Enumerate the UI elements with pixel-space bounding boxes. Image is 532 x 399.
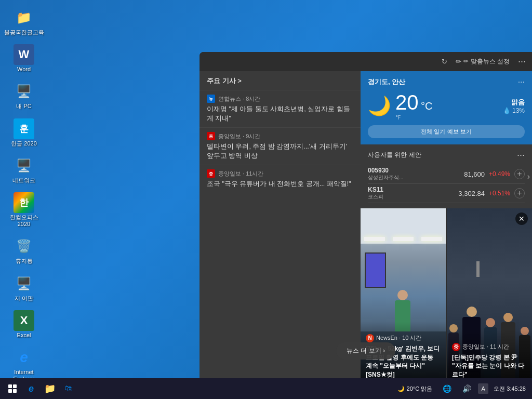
weather-unit-f: ℉: [395, 114, 432, 121]
news-article-1[interactable]: 중 중앙일보 · 9시간 델타변이 우려, 주점 밤 감염까지...'새 거리두…: [200, 127, 361, 165]
source-name-0: 연합뉴스 · 8시간: [218, 95, 260, 103]
stock-next-button[interactable]: ›: [527, 172, 530, 181]
taskbar: e 📁 🛍 🌙 20°C 맑음 🌐 🔊 A 오전 3:45:28: [0, 378, 532, 399]
controlpanel-icon: 🖥️: [14, 273, 34, 294]
word-icon: W: [14, 44, 34, 65]
hancomoffice-icon: 한: [14, 192, 34, 213]
icon-folder[interactable]: 📁 볼공국한글고육: [5, 5, 43, 38]
weather-temp-container: 20 °C ℉: [395, 91, 432, 121]
ie-icon: e: [14, 347, 34, 368]
weather-more-button[interactable]: ···: [518, 77, 525, 87]
close-button[interactable]: ✕: [515, 212, 528, 225]
icon-hangeul-label: 한글 2020: [11, 140, 37, 147]
news-article-2[interactable]: 중 중앙일보 · 11시간 조국 "극우 유튜버가 내 전화번호 공개... 패…: [200, 165, 361, 193]
icon-hangeul[interactable]: 훈 한글 2020: [5, 116, 43, 149]
source-logo-1: 중: [207, 132, 215, 140]
image-news-title-1: [단독]민주당 강령 본 尹 "자유를 보는 눈이 나와 다르다": [452, 353, 527, 379]
taskbar-folder-icon[interactable]: 📁: [42, 380, 58, 397]
taskbar-time[interactable]: 오전 3:45:28: [491, 384, 528, 394]
icon-hancomoffice[interactable]: 한 한컴오피스 2020: [5, 190, 43, 230]
news-source-2: 중 중앙일보 · 11시간: [207, 169, 353, 178]
refresh-icon: ↻: [442, 58, 447, 65]
panel-content: 주요 기사 > 뉴 연합뉴스 · 8시간 이재명 "제 아들 둘도 사회초년병,…: [200, 71, 532, 384]
icon-folder-label: 볼공국한글고육: [4, 29, 44, 36]
news-title-0: 이재명 "제 아들 둘도 사회초년병, 실업자로 힘들게 지내": [207, 105, 353, 123]
stock-header: 사용자를 위한 제안 ···: [368, 150, 525, 161]
weather-header: 경기도, 안산 ···: [368, 77, 525, 87]
news-source-1: 중 중앙일보 · 9시간: [207, 132, 353, 140]
network-icon: 🖥️: [14, 155, 34, 176]
icon-excel[interactable]: X Excel: [5, 308, 43, 341]
icon-word[interactable]: W Word: [5, 42, 43, 75]
news-settings-label: ✏ 맞춤뉴스 설정: [463, 57, 510, 66]
icon-recycle-label: 휴지통: [16, 258, 33, 264]
stock-more-button[interactable]: ···: [517, 150, 525, 161]
image-source-0: N NewsEn · 10 시간: [366, 334, 441, 342]
stock-name-0: 삼성전자주식...: [368, 174, 403, 181]
weather-forecast-button[interactable]: 전체 일기 예보 보기: [368, 125, 525, 138]
taskbar-sys-area: A: [478, 383, 488, 394]
stock-widget: 사용자를 위한 제안 ··· 005930 삼성전자주식... 81,600 +…: [361, 144, 532, 208]
taskbar-weather[interactable]: 🌙 20°C 맑음: [394, 384, 436, 394]
windows-logo-icon: [8, 384, 17, 393]
excel-icon: X: [14, 310, 34, 331]
humidity-icon: 💧: [503, 107, 511, 114]
panel-header: ↻ ✏ ✏ 맞춤뉴스 설정 ···: [200, 52, 532, 71]
humidity-value: 13%: [512, 107, 525, 114]
news-settings-button[interactable]: ✏ ✏ 맞춤뉴스 설정: [456, 57, 510, 66]
stock-name-1: 코스피: [368, 193, 383, 201]
icon-controlpanel[interactable]: 🖥️ 지 어판: [5, 271, 43, 304]
desktop-icons: 📁 볼공국한글고육 W Word 🖥️ 내 PC 훈 한글 2020 🖥️ 네트…: [5, 5, 43, 399]
stock-add-0[interactable]: +: [514, 169, 525, 179]
edit-icon: ✏: [456, 58, 461, 65]
news-right-column: 경기도, 안산 ··· 🌙 20 °C ℉ 맑음: [361, 71, 532, 384]
image-news-1[interactable]: ✕: [446, 208, 532, 384]
source-name-1: 중앙일보 · 9시간: [218, 132, 260, 140]
refresh-button[interactable]: ↻: [442, 58, 447, 65]
taskbar-edge-icon[interactable]: e: [23, 380, 39, 397]
icon-hancomoffice-label: 한컴오피스 2020: [7, 214, 41, 228]
news-section-title[interactable]: 주요 기사 >: [200, 71, 361, 90]
icon-excel-label: Excel: [17, 332, 31, 339]
stock-code-0: 005930: [368, 167, 403, 174]
panel-more-button[interactable]: ···: [518, 56, 526, 67]
stock-price-container-0: 81,600 +0.49% +: [464, 169, 525, 179]
more-news-button[interactable]: 뉴스 더 보기 ›: [336, 342, 395, 360]
image-source-1: 중 중앙일보 · 11 시간: [452, 343, 527, 351]
icon-controlpanel-label: 지 어판: [15, 295, 33, 302]
start-button[interactable]: [4, 380, 21, 397]
news-title-2: 조국 "극우 유튜버가 내 전화번호 공개... 패악질!": [207, 180, 353, 189]
icon-network[interactable]: 🖥️ 네트워크: [5, 153, 43, 186]
stock-title: 사용자를 위한 제안: [368, 151, 421, 159]
weather-temperature: 20: [395, 91, 419, 114]
stock-code-1: KS11: [368, 186, 383, 193]
image-source-text-0: NewsEn · 10 시간: [376, 334, 421, 342]
source-name-2: 중앙일보 · 11시간: [218, 170, 263, 178]
stock-item-1[interactable]: KS11 코스피 3,302.84 +0.51% +: [368, 184, 525, 203]
news-left-column: 주요 기사 > 뉴 연합뉴스 · 8시간 이재명 "제 아들 둘도 사회초년병,…: [200, 71, 361, 384]
taskbar-volume-icon[interactable]: 🔊: [458, 380, 475, 397]
weather-main: 🌙 20 °C ℉ 맑음 💧 13%: [368, 91, 525, 121]
icon-mypc[interactable]: 🖥️ 내 PC: [5, 79, 43, 112]
weather-location: 경기도, 안산: [368, 77, 405, 87]
news-article-0[interactable]: 뉴 연합뉴스 · 8시간 이재명 "제 아들 둘도 사회초년병, 실업자로 힘들…: [200, 90, 361, 127]
icon-network-label: 네트워크: [12, 177, 35, 184]
stock-item-0[interactable]: 005930 삼성전자주식... 81,600 +0.49% +: [368, 165, 525, 184]
weather-icon: 🌙: [368, 95, 391, 117]
taskbar-store-icon[interactable]: 🛍: [60, 380, 77, 397]
stock-info-0: 005930 삼성전자주식...: [368, 167, 403, 181]
stock-change-1: +0.51%: [489, 190, 510, 197]
image-source-logo-0: N: [366, 334, 374, 342]
recycle-icon: 🗑️: [14, 236, 34, 257]
mypc-icon: 🖥️: [14, 81, 34, 102]
weather-icon-temp: 🌙 20 °C ℉: [368, 91, 432, 121]
icon-recycle[interactable]: 🗑️ 휴지통: [5, 234, 43, 267]
stock-add-1[interactable]: +: [514, 188, 525, 198]
stock-info-1: KS11 코스피: [368, 186, 383, 201]
weather-widget: 경기도, 안산 ··· 🌙 20 °C ℉ 맑음: [361, 71, 532, 144]
stock-price-1: 3,302.84: [458, 190, 485, 197]
ime-icon[interactable]: A: [478, 383, 488, 394]
image-source-logo-1: 중: [452, 343, 460, 351]
taskbar-network-icon[interactable]: 🌐: [438, 380, 455, 397]
weather-condition: 맑음: [503, 98, 525, 107]
